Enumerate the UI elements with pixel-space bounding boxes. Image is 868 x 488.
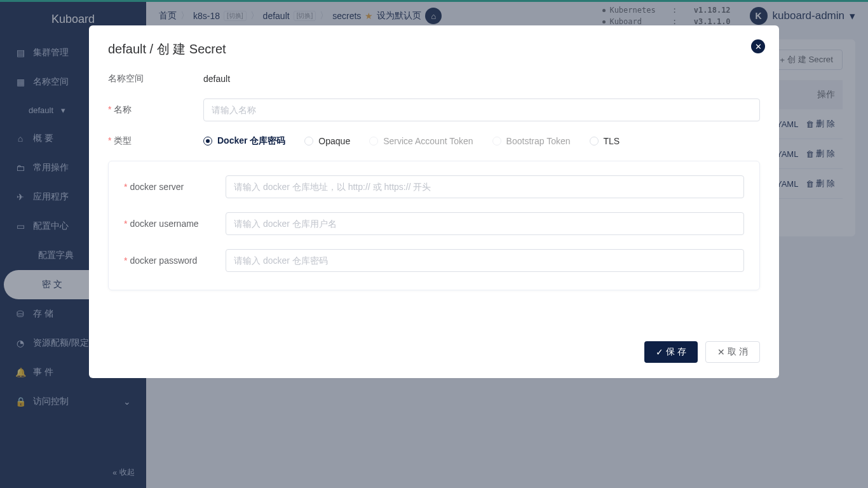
check-icon: ✓ — [656, 347, 663, 357]
radio-icon — [590, 137, 599, 146]
radio-label: TLS — [604, 136, 620, 146]
close-icon: ✕ — [755, 42, 762, 51]
name-input[interactable] — [203, 98, 760, 121]
name-label: *名称 — [108, 104, 203, 116]
radio-opaque[interactable]: Opaque — [304, 135, 350, 147]
docker-username-label: *docker username — [124, 219, 226, 229]
radio-label: Service Account Token — [383, 136, 473, 146]
docker-password-label: *docker password — [124, 255, 226, 266]
radio-icon — [369, 137, 378, 146]
radio-label: Opaque — [318, 136, 350, 146]
docker-fields-card: *docker server *docker username *docker … — [108, 161, 760, 290]
namespace-value: default — [203, 74, 760, 84]
docker-username-input[interactable] — [226, 212, 744, 235]
namespace-label: 名称空间 — [108, 73, 203, 85]
create-secret-modal: default / 创 建 Secret ✕ 名称空间 default *名称 … — [89, 25, 779, 378]
type-label: *类型 — [108, 135, 203, 147]
cancel-button[interactable]: ✕ 取 消 — [705, 341, 760, 363]
radio-bootstrap-token[interactable]: Bootstrap Token — [492, 135, 571, 147]
type-radio-group: Docker 仓库密码 Opaque Service Account Token… — [203, 135, 760, 147]
save-button[interactable]: ✓ 保 存 — [644, 341, 698, 363]
button-label: 保 存 — [666, 346, 686, 358]
radio-icon — [304, 137, 313, 146]
docker-server-label: *docker server — [124, 182, 226, 192]
radio-service-account-token[interactable]: Service Account Token — [369, 135, 473, 147]
modal-title: default / 创 建 Secret — [108, 41, 760, 58]
radio-icon — [492, 137, 501, 146]
close-icon: ✕ — [717, 347, 725, 357]
button-label: 取 消 — [728, 346, 748, 358]
radio-label: Bootstrap Token — [506, 136, 571, 146]
docker-password-input[interactable] — [226, 249, 744, 272]
close-button[interactable]: ✕ — [751, 39, 765, 53]
docker-server-input[interactable] — [226, 175, 744, 198]
radio-icon — [203, 137, 212, 146]
radio-tls[interactable]: TLS — [590, 135, 620, 147]
radio-docker[interactable]: Docker 仓库密码 — [203, 135, 285, 147]
radio-label: Docker 仓库密码 — [217, 135, 285, 147]
